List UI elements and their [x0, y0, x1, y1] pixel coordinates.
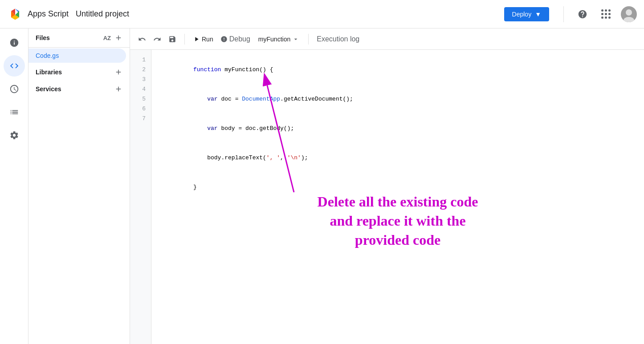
add-file-button[interactable]: [114, 34, 122, 42]
grid-icon: [601, 9, 611, 19]
sidebar-info-button[interactable]: [4, 32, 25, 53]
header-divider: [563, 6, 564, 22]
undo-icon: [138, 35, 146, 43]
line-num-4: 4: [130, 85, 151, 94]
line-numbers: 1 2 3 4 5 6 7: [130, 50, 151, 344]
files-title: Files: [36, 34, 50, 41]
project-title: Untitled project: [76, 9, 129, 19]
svg-point-2: [626, 9, 632, 16]
sort-files-button[interactable]: AZ: [103, 35, 111, 41]
code-container[interactable]: 1 2 3 4 5 6 7 function myFunction() { va…: [130, 50, 644, 344]
libraries-label: Libraries: [36, 69, 62, 76]
line-num-1: 1: [130, 55, 151, 65]
undo-button[interactable]: [135, 33, 149, 45]
line-num-7: 7: [130, 114, 151, 124]
info-icon: [9, 38, 19, 48]
run-icon: [193, 36, 200, 43]
code-line-5: }: [159, 173, 637, 202]
plus-service-icon: [114, 85, 122, 93]
code-line-1: function myFunction() {: [159, 55, 637, 85]
deploy-arrow-icon: ▼: [535, 11, 541, 18]
apps-grid-button[interactable]: [598, 6, 614, 22]
code-line-3: var body = doc.getBody();: [159, 114, 637, 143]
plus-icon: [114, 34, 122, 42]
logo-area: Apps Script: [7, 6, 69, 22]
function-name: myFunction: [258, 36, 290, 43]
user-avatar-icon: [621, 6, 637, 22]
debug-icon: [220, 36, 228, 43]
line-num-3: 3: [130, 75, 151, 85]
apps-script-logo: [7, 6, 23, 22]
file-panel-header: Files AZ: [29, 28, 130, 48]
plus-library-icon: [114, 68, 122, 76]
debug-button[interactable]: Debug: [218, 33, 253, 45]
add-service-button[interactable]: [114, 85, 122, 93]
header: Apps Script Untitled project Deploy ▼: [0, 0, 644, 28]
code-content[interactable]: function myFunction() { var doc = Docume…: [151, 50, 644, 344]
execution-log-label: Execution log: [317, 35, 359, 43]
deploy-label: Deploy: [512, 11, 532, 18]
sidebar-triggers-button[interactable]: [4, 78, 25, 100]
line-num-2: 2: [130, 65, 151, 75]
deploy-button[interactable]: Deploy ▼: [504, 7, 549, 21]
function-selector[interactable]: myFunction: [255, 34, 303, 45]
list-icon: [9, 107, 19, 117]
help-icon: [578, 9, 587, 19]
avatar[interactable]: [621, 6, 637, 22]
clock-icon: [9, 84, 19, 94]
add-library-button[interactable]: [114, 68, 122, 76]
sidebar-icons: [0, 28, 29, 344]
sidebar-settings-button[interactable]: [4, 125, 25, 146]
services-label: Services: [36, 85, 61, 93]
toolbar-divider-2: [308, 34, 309, 45]
settings-icon: [9, 130, 19, 140]
line-num-5: 5: [130, 94, 151, 104]
toolbar-divider-1: [184, 34, 185, 45]
sidebar-code-button[interactable]: [4, 55, 25, 77]
chevron-down-icon: [292, 36, 299, 43]
toolbar: Run Debug myFunction Execution log: [130, 28, 644, 50]
header-icons: [560, 6, 637, 22]
sort-icon: AZ: [103, 35, 111, 41]
code-line-2: var doc = DocumentApp.getActiveDocument(…: [159, 85, 637, 114]
execution-log-button[interactable]: Execution log: [314, 33, 362, 45]
sidebar-executions-button[interactable]: [4, 101, 25, 123]
code-icon: [9, 61, 19, 71]
redo-icon: [153, 35, 161, 43]
main-layout: Files AZ Code.gs Libraries: [0, 28, 644, 344]
editor-area: Run Debug myFunction Execution log: [130, 28, 644, 344]
app-title: Apps Script: [28, 9, 69, 19]
help-button[interactable]: [575, 6, 591, 22]
redo-button[interactable]: [151, 33, 164, 45]
file-panel-actions: AZ: [103, 34, 122, 42]
code-line-7: [159, 212, 637, 222]
services-section-header[interactable]: Services: [29, 81, 130, 97]
save-button[interactable]: [166, 33, 179, 45]
file-item-code-gs[interactable]: Code.gs: [29, 49, 126, 63]
code-line-4: body.replaceText(', ', '\n');: [159, 143, 637, 173]
code-line-6: [159, 202, 637, 212]
line-num-6: 6: [130, 104, 151, 114]
file-panel: Files AZ Code.gs Libraries: [29, 28, 130, 344]
debug-label: Debug: [229, 35, 250, 43]
run-button[interactable]: Run: [190, 34, 216, 45]
run-label: Run: [202, 36, 213, 43]
libraries-section-header[interactable]: Libraries: [29, 64, 130, 81]
save-icon: [168, 35, 176, 43]
